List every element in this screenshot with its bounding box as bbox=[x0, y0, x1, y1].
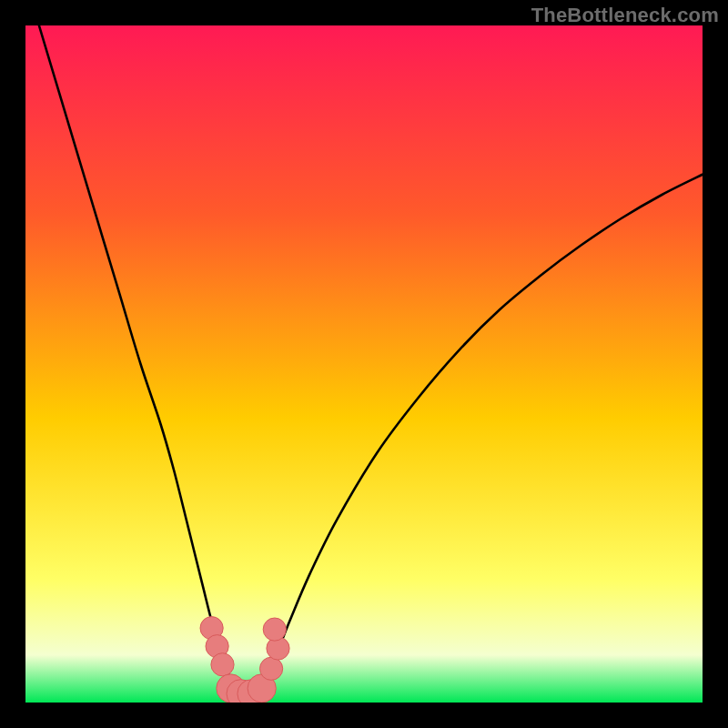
curve-marker bbox=[260, 657, 283, 680]
chart-svg bbox=[25, 25, 703, 703]
watermark-text: TheBottleneck.com bbox=[531, 4, 719, 27]
curve-marker bbox=[211, 653, 234, 676]
outer-frame: TheBottleneck.com bbox=[0, 0, 728, 728]
gradient-background bbox=[25, 25, 703, 703]
curve-marker bbox=[263, 618, 286, 641]
plot-area bbox=[25, 25, 703, 703]
